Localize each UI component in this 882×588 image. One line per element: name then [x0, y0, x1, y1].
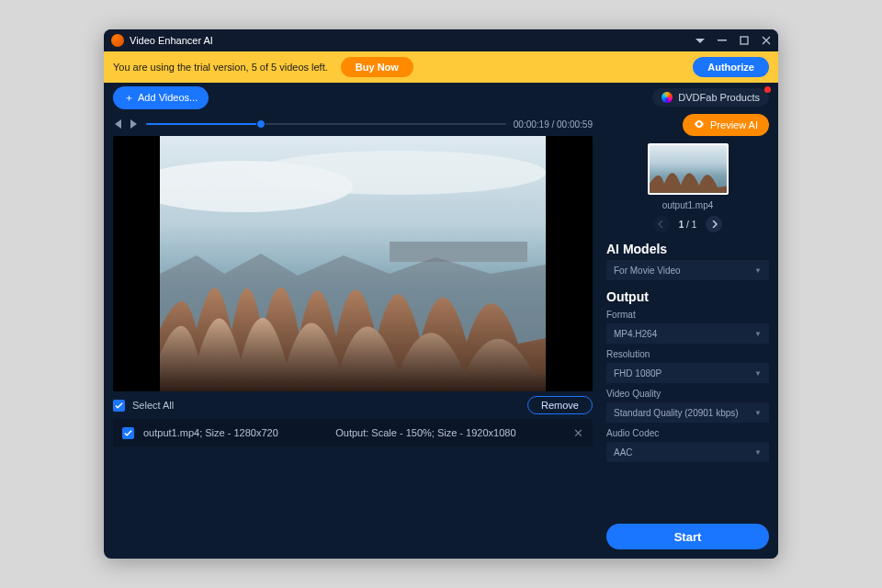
preview-ai-button[interactable]: Preview AI [683, 114, 769, 136]
thumbnail-label: output1.mp4 [662, 200, 714, 210]
preview-ai-label: Preview AI [710, 119, 758, 130]
queue-output-label: Output: Scale - 150%; Size - 1920x1080 [288, 427, 564, 438]
video-preview[interactable] [113, 136, 593, 391]
products-button[interactable]: DVDFab Products [652, 88, 769, 107]
timecode: 00:00:19 / 00:00:59 [514, 119, 593, 130]
resolution-select[interactable]: FHD 1080P▼ [606, 363, 769, 383]
app-title: Video Enhancer AI [130, 35, 213, 46]
chevron-down-icon: ▼ [754, 448, 762, 457]
playback-bar: 00:00:19 / 00:00:59 [113, 112, 602, 136]
svg-rect-1 [741, 37, 748, 44]
pager-text: 1 / 1 [679, 220, 696, 230]
chevron-down-icon: ▼ [754, 330, 762, 338]
workspace: 00:00:19 / 00:00:59 [104, 112, 778, 559]
ai-model-value: For Movie Video [614, 266, 681, 276]
select-all-label: Select All [132, 400, 174, 411]
app-logo-icon [111, 34, 124, 47]
add-videos-button[interactable]: ＋ Add Videos... [113, 86, 209, 109]
quality-value: Standard Quality (20901 kbps) [614, 408, 739, 418]
close-icon[interactable] [762, 36, 771, 45]
prev-frame-button[interactable] [113, 119, 122, 129]
format-value: MP4.H264 [614, 329, 657, 339]
pager-total: 1 [692, 220, 697, 230]
notification-dot-icon [764, 86, 771, 93]
resolution-value: FHD 1080P [614, 368, 662, 379]
left-pane: 00:00:19 / 00:00:59 [104, 112, 602, 559]
format-label: Format [606, 310, 769, 320]
pager-prev-button[interactable] [653, 216, 670, 232]
svg-rect-5 [390, 242, 527, 262]
ai-model-select[interactable]: For Movie Video▼ [606, 260, 769, 280]
pager-next-button[interactable] [706, 216, 722, 232]
queue-remove-icon[interactable]: ✕ [573, 426, 583, 440]
output-title: Output [606, 289, 769, 304]
thumbnail[interactable] [648, 143, 729, 195]
queue-item-checkbox[interactable] [122, 427, 134, 439]
authorize-button[interactable]: Authorize [693, 57, 769, 77]
quality-label: Video Quality [606, 389, 769, 399]
time-current: 00:00:19 [514, 119, 549, 130]
seek-thumb[interactable] [256, 119, 266, 129]
start-button[interactable]: Start [606, 524, 769, 549]
codec-select[interactable]: AAC▼ [606, 442, 769, 462]
toolbar: ＋ Add Videos... DVDFab Products [104, 83, 778, 112]
minimize-icon[interactable] [718, 36, 727, 45]
format-select[interactable]: MP4.H264▼ [606, 323, 769, 344]
quality-select[interactable]: Standard Quality (20901 kbps)▼ [606, 402, 769, 423]
pager-current: 1 [679, 220, 684, 230]
plus-icon: ＋ [124, 91, 134, 105]
trial-banner: You are using the trial version, 5 of 5 … [104, 51, 778, 83]
app-window: Video Enhancer AI You are using the tria… [104, 29, 778, 559]
right-pane: Preview AI output1.mp4 1 / 1 AI Models F… [602, 112, 778, 559]
next-frame-button[interactable] [130, 119, 139, 129]
select-row: Select All Remove [113, 391, 602, 419]
queue-file-label: output1.mp4; Size - 1280x720 [143, 427, 278, 438]
menu-icon[interactable] [695, 36, 705, 45]
codec-value: AAC [614, 447, 633, 458]
chevron-down-icon: ▼ [754, 369, 762, 378]
ai-models-title: AI Models [606, 242, 769, 256]
seek-fill [146, 123, 261, 125]
titlebar: Video Enhancer AI [104, 29, 778, 51]
add-videos-label: Add Videos... [138, 92, 198, 103]
resolution-label: Resolution [606, 349, 769, 359]
pager: 1 / 1 [606, 216, 769, 232]
products-logo-icon [662, 92, 673, 103]
time-total: 00:00:59 [557, 119, 593, 130]
buy-now-button[interactable]: Buy Now [341, 57, 413, 77]
codec-label: Audio Codec [606, 428, 769, 438]
svg-point-4 [252, 151, 546, 195]
seek-slider[interactable] [146, 122, 506, 126]
trial-message: You are using the trial version, 5 of 5 … [113, 62, 328, 73]
chevron-down-icon: ▼ [754, 409, 762, 417]
thumbnail-area: output1.mp4 [606, 143, 769, 210]
chevron-down-icon: ▼ [754, 266, 762, 275]
eye-icon [694, 119, 705, 131]
maximize-icon[interactable] [740, 36, 749, 45]
select-all-checkbox[interactable] [113, 400, 125, 412]
svg-rect-0 [718, 40, 727, 41]
remove-button[interactable]: Remove [527, 396, 593, 414]
products-label: DVDFab Products [678, 92, 760, 103]
window-controls [695, 36, 771, 45]
preview-image [160, 136, 546, 391]
queue-row[interactable]: output1.mp4; Size - 1280x720 Output: Sca… [113, 419, 593, 447]
